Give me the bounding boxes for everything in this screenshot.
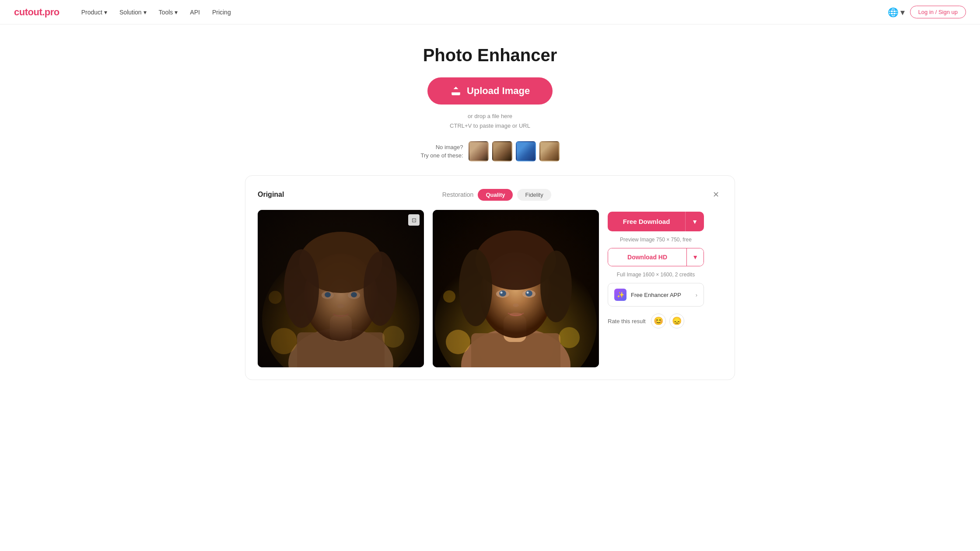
svg-point-14 [337, 304, 344, 308]
svg-point-32 [527, 292, 529, 294]
crop-icon: ⊡ [412, 217, 416, 223]
full-image-label: Full Image 1600 × 1600, 2 credits [608, 272, 704, 278]
enhancer-app-label: Free Enhancer APP [631, 292, 681, 298]
svg-point-15 [271, 328, 297, 354]
svg-point-33 [513, 303, 519, 307]
page-title: Photo Enhancer [9, 45, 971, 65]
nav-links: Product ▾ Solution ▾ Tools ▾ API Pricing [77, 6, 235, 18]
svg-point-9 [364, 251, 397, 326]
sample-thumbnails [469, 141, 560, 161]
logo-text-prefix: cutout [14, 7, 42, 17]
sad-icon: 😞 [672, 316, 682, 326]
original-image-wrap: ⊡ [258, 210, 424, 367]
rate-label: Rate this result [608, 318, 646, 324]
svg-point-25 [459, 249, 492, 326]
svg-point-12 [325, 292, 331, 297]
download-hd-button[interactable]: Download HD [608, 248, 686, 266]
sample-label: No image? Try one of these: [420, 143, 463, 160]
navbar: cutout.pro Product ▾ Solution ▾ Tools ▾ … [0, 0, 980, 24]
tab-quality[interactable]: Quality [478, 189, 513, 201]
nav-right: 🌐 ▾ Log in / Sign up [888, 6, 966, 18]
drop-hint: or drop a file here CTRL+V to paste imag… [9, 112, 971, 131]
nav-api[interactable]: API [186, 6, 204, 18]
happy-icon: 😊 [654, 316, 663, 326]
upload-image-button[interactable]: Upload Image [427, 77, 553, 105]
hd-dropdown-arrow-icon: ▼ [692, 254, 698, 261]
panel-header: Original Restoration Quality Fidelity ✕ [258, 188, 722, 201]
enhanced-portrait-svg [433, 210, 599, 367]
enhanced-image-wrap [433, 210, 599, 367]
logo[interactable]: cutout.pro [14, 7, 60, 18]
nav-solution[interactable]: Solution ▾ [115, 6, 151, 18]
free-download-row: Free Download ▼ [608, 212, 704, 231]
svg-point-8 [284, 249, 319, 328]
enhancer-app-button[interactable]: ✨ Free Enhancer APP › [608, 283, 704, 307]
rate-buttons: 😊 😞 [651, 314, 684, 328]
svg-point-36 [559, 327, 580, 348]
original-portrait-svg [258, 210, 424, 367]
close-button[interactable]: ✕ [709, 188, 722, 201]
svg-point-34 [510, 313, 522, 316]
sample-images-row: No image? Try one of these: [9, 141, 971, 161]
chevron-right-icon: › [696, 292, 697, 298]
preview-image-label: Preview Image 750 × 750, free [608, 237, 704, 243]
nav-product[interactable]: Product ▾ [77, 6, 112, 18]
sample-thumb-1[interactable] [469, 141, 489, 161]
free-download-dropdown[interactable]: ▼ [685, 212, 704, 231]
svg-point-17 [269, 291, 282, 304]
restoration-label: Restoration [442, 191, 474, 198]
app-icon: ✨ [614, 289, 626, 301]
restoration-controls: Restoration Quality Fidelity [442, 189, 551, 201]
main-panel: Original Restoration Quality Fidelity ✕ [245, 175, 735, 380]
tab-fidelity[interactable]: Fidelity [517, 189, 551, 201]
sample-thumb-4[interactable] [539, 141, 560, 161]
crop-button[interactable]: ⊡ [408, 214, 420, 226]
svg-point-30 [525, 290, 532, 296]
sample-thumb-2[interactable] [492, 141, 512, 161]
nav-tools[interactable]: Tools ▾ [154, 6, 182, 18]
svg-point-31 [500, 292, 503, 294]
sample-thumb-3[interactable] [516, 141, 536, 161]
original-label: Original [258, 191, 284, 199]
login-button[interactable]: Log in / Sign up [910, 6, 966, 18]
svg-point-35 [446, 330, 470, 354]
free-download-button[interactable]: Free Download [608, 212, 685, 231]
svg-point-13 [351, 292, 357, 297]
hd-dropdown-button[interactable]: ▼ [686, 248, 704, 266]
original-image [258, 210, 424, 367]
svg-point-29 [499, 290, 506, 296]
nav-pricing[interactable]: Pricing [208, 6, 235, 18]
logo-text-suffix: .pro [42, 7, 60, 17]
rate-happy-button[interactable]: 😊 [651, 314, 666, 328]
side-panel: Free Download ▼ Preview Image 750 × 750,… [608, 210, 704, 328]
rate-section: Rate this result 😊 😞 [608, 314, 704, 328]
upload-icon [450, 85, 462, 97]
hero-section: Photo Enhancer Upload Image or drop a fi… [0, 24, 980, 175]
dropdown-arrow-icon: ▼ [692, 218, 698, 225]
image-comparison: ⊡ [258, 210, 722, 367]
rate-sad-button[interactable]: 😞 [669, 314, 684, 328]
language-button[interactable]: 🌐 ▾ [888, 7, 905, 17]
svg-point-26 [540, 251, 572, 322]
close-icon: ✕ [713, 190, 719, 199]
svg-point-16 [382, 326, 404, 348]
globe-icon: 🌐 [888, 7, 899, 17]
enhanced-image [433, 210, 599, 367]
download-hd-row: Download HD ▼ [608, 248, 704, 266]
svg-point-37 [443, 290, 455, 303]
